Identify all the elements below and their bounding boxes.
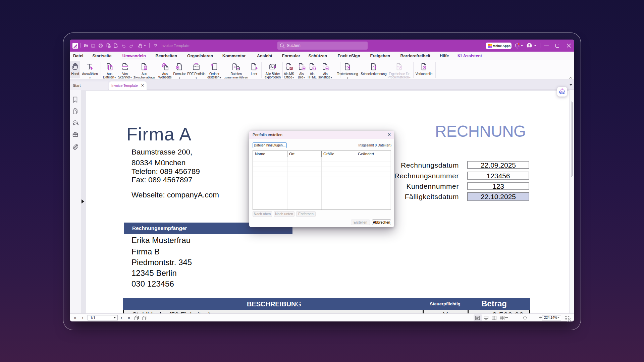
svg-text:OCR: OCR	[397, 65, 402, 68]
svg-text:OCR: OCR	[345, 65, 350, 68]
